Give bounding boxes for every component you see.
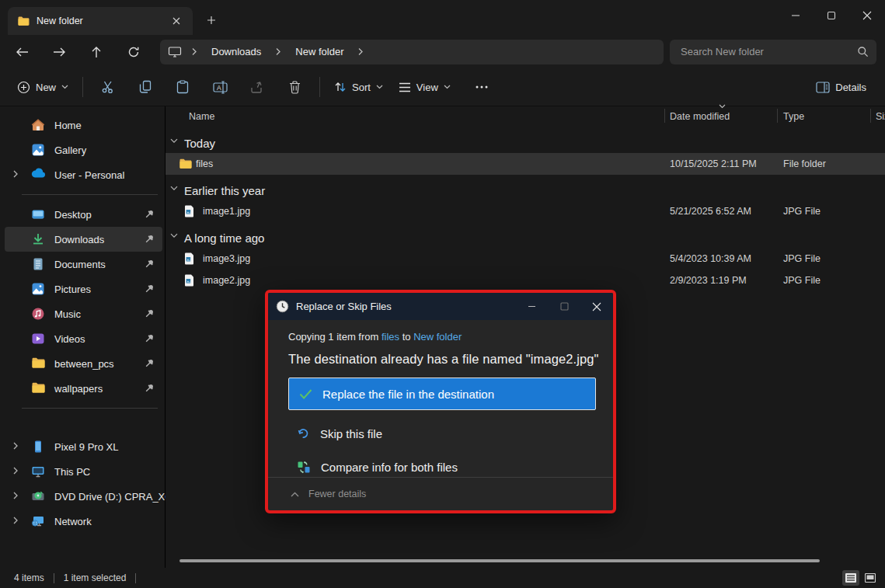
paste-button[interactable] — [167, 73, 198, 101]
chevron-right-icon[interactable] — [12, 441, 19, 451]
forward-button[interactable] — [44, 39, 75, 65]
view-button[interactable]: View — [391, 73, 458, 101]
conflict-message: The destination already has a file named… — [288, 352, 613, 367]
sidebar-separator — [22, 194, 158, 195]
group-header-a-long-time-ago[interactable]: A long time ago — [166, 228, 885, 248]
chevron-down-icon[interactable] — [170, 138, 178, 144]
chevron-right-icon[interactable] — [12, 466, 19, 475]
column-header-type[interactable]: Type — [783, 111, 804, 122]
delete-icon — [289, 81, 301, 94]
toolbar-divider — [82, 77, 83, 97]
file-type: JPG File — [783, 275, 821, 286]
file-row-image1[interactable]: image1.jpg 5/21/2025 6:52 AM JPG File — [166, 200, 885, 222]
sidebar-item-desktop[interactable]: Desktop — [5, 202, 162, 227]
up-button[interactable] — [81, 39, 112, 65]
column-separator[interactable] — [777, 109, 778, 123]
details-view-button[interactable] — [842, 570, 859, 586]
pin-icon — [145, 234, 155, 244]
pin-icon — [145, 358, 155, 368]
details-panel-icon — [816, 82, 830, 93]
sidebar-item-home[interactable]: Home — [5, 113, 162, 137]
group-label: Today — [184, 137, 215, 150]
back-button[interactable] — [6, 39, 37, 65]
sidebar-item-dvd-drive[interactable]: DVD Drive (D:) CPRA_X64FRE_ — [5, 484, 162, 509]
copy-destination-link[interactable]: New folder — [413, 331, 462, 343]
maximize-button[interactable] — [814, 0, 849, 31]
more-icon — [476, 85, 488, 89]
close-button[interactable] — [849, 0, 885, 31]
rename-button[interactable]: A — [204, 73, 235, 101]
search-box[interactable] — [670, 40, 876, 64]
minimize-button[interactable] — [778, 0, 814, 31]
sidebar-item-videos[interactable]: Videos — [5, 326, 162, 351]
file-row-image2[interactable]: image2.jpg 2/9/2023 1:19 PM JPG File — [166, 270, 885, 291]
sidebar-item-pictures[interactable]: Pictures — [5, 277, 162, 301]
monitor-icon[interactable] — [168, 46, 182, 58]
cut-button[interactable] — [92, 73, 124, 101]
column-headers: Name Date modified Type Size — [166, 106, 885, 127]
horizontal-scrollbar[interactable] — [179, 559, 820, 562]
dialog-maximize-button[interactable] — [548, 293, 580, 320]
sidebar: Home Gallery User - Personal Desktop Dow… — [0, 106, 166, 568]
sort-button[interactable]: Sort — [326, 73, 391, 101]
sidebar-item-between-pcs[interactable]: between_pcs — [5, 351, 162, 376]
sidebar-item-label: This PC — [54, 466, 90, 478]
new-tab-button[interactable] — [200, 10, 222, 30]
sidebar-item-wallpapers[interactable]: wallpapers — [5, 376, 162, 401]
column-header-date-modified[interactable]: Date modified — [670, 111, 730, 122]
chevron-up-icon — [291, 492, 299, 497]
chevron-right-icon[interactable] — [275, 47, 281, 56]
file-row-files[interactable]: files 10/15/2025 2:11 PM File folder — [166, 153, 885, 175]
copy-source-link[interactable]: files — [382, 331, 399, 343]
desktop-icon — [31, 207, 45, 221]
compare-files-button[interactable]: Compare info for both files — [288, 457, 613, 477]
more-options-button[interactable] — [466, 73, 497, 101]
details-pane-button[interactable]: Details — [808, 73, 874, 101]
sidebar-item-this-pc[interactable]: This PC — [5, 459, 162, 484]
replace-file-button[interactable]: Replace the file in the destination — [288, 378, 596, 410]
group-header-today[interactable]: Today — [166, 133, 885, 153]
sidebar-item-music[interactable]: Music — [5, 301, 162, 326]
copy-button[interactable] — [130, 73, 161, 101]
explorer-tab[interactable]: New folder — [8, 7, 193, 35]
sidebar-item-network[interactable]: Network — [5, 509, 162, 534]
skip-file-button[interactable]: Skip this file — [288, 423, 613, 444]
breadcrumb-downloads[interactable]: Downloads — [207, 43, 266, 60]
chevron-right-icon[interactable] — [357, 47, 364, 56]
chevron-down-icon — [61, 85, 68, 89]
file-type: JPG File — [783, 253, 821, 264]
copy-mid: to — [399, 331, 413, 343]
chevron-down-icon[interactable] — [170, 186, 178, 191]
refresh-button[interactable] — [118, 39, 149, 65]
file-row-image3[interactable]: image3.jpg 5/4/2023 10:39 AM JPG File — [166, 248, 885, 270]
chevron-right-icon[interactable] — [12, 169, 19, 179]
dialog-close-button[interactable] — [580, 293, 613, 320]
large-icons-view-button[interactable] — [862, 570, 879, 586]
sidebar-item-pixel-9-pro-xl[interactable]: Pixel 9 Pro XL — [5, 434, 162, 459]
sidebar-item-gallery[interactable]: Gallery — [5, 137, 162, 162]
column-header-size[interactable]: Size — [876, 111, 885, 122]
skip-file-label: Skip this file — [320, 427, 382, 440]
breadcrumb-new-folder[interactable]: New folder — [291, 43, 348, 60]
search-input[interactable] — [681, 46, 857, 57]
fewer-details-toggle[interactable]: Fewer details — [268, 477, 613, 510]
up-icon — [91, 46, 102, 58]
chevron-right-icon[interactable] — [12, 516, 19, 525]
column-header-name[interactable]: Name — [189, 111, 214, 122]
column-separator[interactable] — [664, 109, 665, 123]
delete-button[interactable] — [279, 73, 310, 101]
chevron-down-icon[interactable] — [170, 233, 178, 238]
dialog-minimize-button[interactable] — [515, 293, 548, 320]
sidebar-separator — [22, 408, 158, 409]
sidebar-item-onedrive[interactable]: User - Personal — [5, 162, 162, 187]
chevron-down-icon — [444, 85, 451, 89]
group-header-earlier-this-year[interactable]: Earlier this year — [166, 180, 885, 200]
tab-close-icon[interactable] — [166, 12, 186, 30]
share-button[interactable] — [242, 73, 273, 101]
new-button[interactable]: New — [9, 73, 76, 101]
search-icon[interactable] — [857, 46, 869, 57]
sidebar-item-documents[interactable]: Documents — [5, 252, 162, 277]
column-separator[interactable] — [870, 109, 871, 123]
sidebar-item-downloads[interactable]: Downloads — [5, 227, 162, 252]
chevron-right-icon[interactable] — [12, 491, 19, 500]
